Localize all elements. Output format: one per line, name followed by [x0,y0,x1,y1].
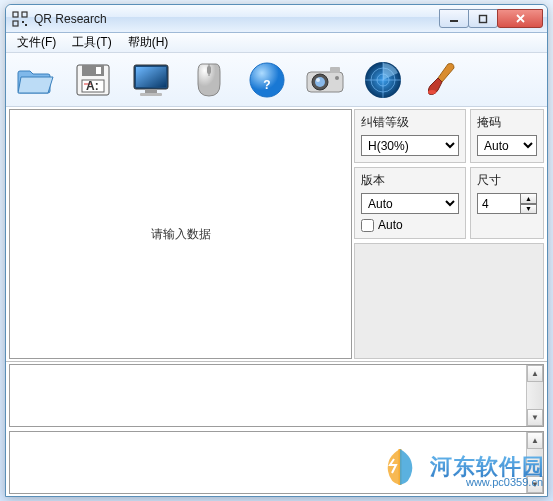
mask-label: 掩码 [477,114,537,131]
svg-rect-6 [480,15,487,22]
brush-button[interactable] [418,57,464,103]
svg-rect-16 [136,67,166,87]
ecc-group: 纠错等级 H(30%) [354,109,466,163]
input-placeholder: 请输入数据 [151,226,211,243]
version-auto-input[interactable] [361,219,374,232]
menu-help[interactable]: 帮助(H) [121,32,176,53]
menubar: 文件(F) 工具(T) 帮助(H) [6,33,547,53]
scrollbar-2[interactable]: ▲ ▼ [526,432,543,493]
titlebar[interactable]: QR Research [6,5,547,33]
maximize-button[interactable] [468,9,498,28]
screen-capture-button[interactable] [128,57,174,103]
scroll-up-1[interactable]: ▲ [527,365,543,382]
svg-rect-17 [145,89,157,93]
scroll-up-2[interactable]: ▲ [527,432,543,449]
size-down-button[interactable]: ▼ [520,204,537,215]
mask-select[interactable]: Auto [477,135,537,156]
version-auto-label: Auto [378,218,403,232]
svg-rect-2 [13,21,18,26]
svg-rect-4 [25,24,27,26]
mask-group: 掩码 Auto [470,109,544,163]
ecc-label: 纠错等级 [361,114,459,131]
svg-rect-20 [207,66,211,74]
menu-tools[interactable]: 工具(T) [65,32,118,53]
toolbar: A: ? [6,53,547,107]
size-label: 尺寸 [477,172,537,189]
svg-rect-1 [22,12,27,17]
version-group: 版本 Auto Auto [354,167,466,239]
help-button[interactable]: ? [244,57,290,103]
save-button[interactable]: A: [70,57,116,103]
svg-text:A:: A: [86,79,99,93]
mouse-select-button[interactable] [186,57,232,103]
version-label: 版本 [361,172,459,189]
svg-text:?: ? [263,78,270,92]
scan-button[interactable] [360,57,406,103]
app-icon [12,11,28,27]
content-area: 请输入数据 纠错等级 H(30%) 掩码 Auto 版本 Auto [6,107,547,362]
svg-rect-24 [330,67,340,73]
svg-rect-18 [140,93,162,96]
window-title: QR Research [34,12,440,26]
size-group: 尺寸 ▲ ▼ [470,167,544,239]
input-pane[interactable]: 请输入数据 [9,109,352,359]
app-window: QR Research 文件(F) 工具(T) 帮助(H) A: ? [5,4,548,497]
svg-rect-0 [13,12,18,17]
settings-pane: 纠错等级 H(30%) 掩码 Auto 版本 Auto Auto [354,109,544,359]
scrollbar-1[interactable]: ▲ ▼ [526,365,543,426]
svg-point-28 [335,76,339,80]
output-pane-1[interactable]: ▲ ▼ [9,364,544,427]
open-folder-button[interactable] [12,57,58,103]
size-spinner: ▲ ▼ [521,193,537,214]
version-select[interactable]: Auto [361,193,459,214]
menu-file[interactable]: 文件(F) [10,32,63,53]
svg-rect-11 [96,67,101,74]
qr-preview [354,243,544,359]
svg-point-27 [316,78,320,82]
camera-button[interactable] [302,57,348,103]
svg-point-34 [428,90,436,94]
size-up-button[interactable]: ▲ [520,193,537,204]
window-controls [440,9,543,28]
output-pane-2[interactable]: ▲ ▼ [9,431,544,494]
svg-rect-3 [22,21,24,23]
ecc-select[interactable]: H(30%) [361,135,459,156]
svg-point-26 [315,77,325,87]
version-auto-checkbox[interactable]: Auto [361,218,459,232]
close-button[interactable] [497,9,543,28]
scroll-down-1[interactable]: ▼ [527,409,543,426]
scroll-down-2[interactable]: ▼ [527,476,543,493]
minimize-button[interactable] [439,9,469,28]
bottom-panes: ▲ ▼ ▲ ▼ [6,362,547,496]
size-input[interactable] [477,193,521,214]
